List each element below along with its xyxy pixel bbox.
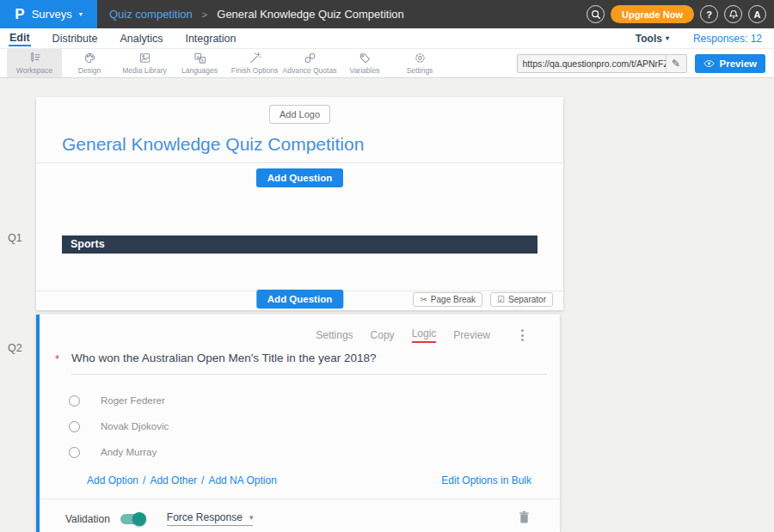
survey-title-section: Add Logo General Knowledge Quiz Competit… [36, 97, 563, 163]
toolbar-item-label: Advance Quotas [283, 66, 337, 75]
toolbar-item-design[interactable]: Design [62, 49, 117, 77]
edit-url-button[interactable]: ✎ [666, 55, 686, 72]
languages-icon: aA [194, 52, 206, 64]
workspace-icon [28, 52, 41, 64]
upgrade-now-button[interactable]: Upgrade Now [611, 5, 694, 23]
breadcrumb-parent[interactable]: Quiz competition [109, 8, 193, 21]
trash-icon [519, 511, 530, 523]
q2-options-list: Roger Federer Novak Djokovic Andy Murray [69, 394, 560, 458]
tools-menu[interactable]: Tools▾ [636, 33, 669, 45]
finish-options-icon [249, 52, 261, 64]
add-logo-button[interactable]: Add Logo [269, 105, 330, 124]
q2-question-row: * Who won the Australian Open Men's Titl… [55, 352, 547, 375]
responses-count[interactable]: Responses: 12 [693, 33, 762, 45]
question-number-q2: Q2 [8, 342, 22, 354]
design-icon [83, 52, 96, 64]
svg-text:a: a [196, 54, 199, 59]
tab-integration[interactable]: Integration [184, 31, 236, 46]
q1-footer-row: Add Question ✂Page Break ☑Separator [36, 290, 563, 310]
breadcrumb-separator-icon: > [202, 9, 207, 20]
toolbar-item-advance-quotas[interactable]: Advance Quotas [282, 49, 337, 77]
search-icon [591, 9, 601, 20]
q1-section-header[interactable]: Sports [62, 235, 538, 254]
surveys-menu[interactable]: P Surveys ▾ [0, 0, 97, 28]
separator-button[interactable]: ☑Separator [490, 292, 553, 307]
radio-icon[interactable] [69, 421, 80, 432]
option-row[interactable]: Roger Federer [69, 394, 560, 407]
q2-copy-link[interactable]: Copy [371, 329, 395, 341]
validation-toggle[interactable] [120, 514, 144, 524]
toolbar-item-finish-options[interactable]: Finish Options [227, 49, 282, 77]
survey-header-card: Add Logo General Knowledge Quiz Competit… [36, 97, 563, 310]
add-other-link[interactable]: Add Other [150, 474, 197, 486]
search-button[interactable] [587, 5, 605, 23]
tab-edit[interactable]: Edit [9, 30, 31, 46]
toolbar-item-media-library[interactable]: Media Library [117, 49, 172, 77]
top-header: P Surveys ▾ Quiz competition > General K… [0, 0, 774, 28]
toolbar-item-languages[interactable]: aA Languages [172, 49, 227, 77]
option-row[interactable]: Novak Djokovic [69, 420, 560, 432]
pencil-icon: ✎ [672, 58, 680, 70]
toolbar-item-label: Variables [350, 66, 380, 75]
validation-label: Validation [65, 513, 110, 525]
scissors-icon: ✂ [420, 295, 427, 304]
preview-button[interactable]: Preview [695, 54, 765, 73]
q2-action-menu: Settings Copy Logic Preview [40, 315, 560, 343]
survey-title[interactable]: General Knowledge Quiz Competition [62, 134, 538, 155]
eye-icon [703, 59, 715, 68]
option-label[interactable]: Andy Murray [101, 447, 157, 457]
toolbar-item-settings[interactable]: Settings [392, 49, 447, 77]
toolbar-right: https://qa.questionpro.com/t/APNrFZe5 ✎ … [517, 49, 774, 77]
delete-question-button[interactable] [519, 511, 530, 527]
radio-icon[interactable] [69, 395, 80, 407]
toolbar-item-label: Languages [181, 66, 218, 75]
survey-canvas: Q1 Q2 Add Logo General Knowledge Quiz Co… [0, 78, 774, 532]
help-button[interactable]: ? [700, 5, 718, 23]
validation-type-dropdown[interactable]: Force Response ▾ [167, 511, 254, 526]
q2-logic-link[interactable]: Logic [412, 327, 437, 343]
add-question-button-bottom[interactable]: Add Question [256, 290, 343, 309]
breadcrumb-current: General Knowledge Quiz Competition [217, 8, 404, 21]
link-separator: / [143, 474, 145, 486]
toggle-knob [132, 512, 146, 526]
page-break-button[interactable]: ✂Page Break [413, 292, 482, 307]
survey-url-field[interactable]: https://qa.questionpro.com/t/APNrFZe5 ✎ [517, 54, 687, 73]
q2-settings-link[interactable]: Settings [316, 329, 353, 341]
avatar[interactable]: A [748, 5, 766, 23]
variables-icon [359, 52, 372, 64]
toolbar-item-label: Workspace [16, 66, 52, 75]
radio-icon[interactable] [69, 447, 80, 458]
chevron-down-icon: ▾ [79, 11, 83, 18]
toolbar-item-label: Design [78, 66, 101, 75]
toolbar-item-variables[interactable]: Variables [337, 49, 392, 77]
editor-toolbar: Workspace Design Media Library aA Langua… [0, 49, 774, 78]
survey-url-value: https://qa.questionpro.com/t/APNrFZe5 [518, 58, 666, 69]
survey-subnav: Edit Distribute Analytics Integration To… [0, 28, 774, 49]
option-row[interactable]: Andy Murray [69, 446, 560, 458]
link-separator: / [201, 474, 204, 486]
q2-question-card: Settings Copy Logic Preview * Who won th… [36, 315, 560, 532]
add-question-button-top[interactable]: Add Question [256, 168, 343, 187]
option-label[interactable]: Novak Djokovic [101, 421, 169, 431]
toolbar-item-workspace[interactable]: Workspace [7, 49, 62, 77]
separator-label: Separator [508, 295, 546, 304]
q2-question-text[interactable]: Who won the Australian Open Men's Title … [71, 352, 547, 375]
bell-icon [728, 9, 739, 20]
q2-option-links: Add Option / Add Other / Add NA Option E… [87, 474, 531, 486]
required-asterisk: * [55, 352, 59, 375]
kebab-menu-icon[interactable] [519, 327, 525, 343]
tools-label: Tools [636, 33, 662, 45]
add-na-option-link[interactable]: Add NA Option [208, 474, 276, 486]
q2-preview-link[interactable]: Preview [453, 329, 490, 341]
toolbar-item-label: Media Library [122, 66, 167, 75]
option-label[interactable]: Roger Federer [101, 395, 165, 406]
header-actions: Upgrade Now ? A [587, 5, 774, 23]
edit-options-in-bulk-link[interactable]: Edit Options in Bulk [441, 474, 531, 486]
notifications-button[interactable] [724, 5, 742, 23]
add-option-link[interactable]: Add Option [87, 474, 138, 486]
settings-icon [414, 52, 427, 64]
chevron-down-icon: ▾ [666, 35, 669, 42]
tab-analytics[interactable]: Analytics [119, 31, 163, 46]
tab-distribute[interactable]: Distribute [52, 31, 99, 46]
toolbar-item-label: Settings [407, 66, 433, 75]
